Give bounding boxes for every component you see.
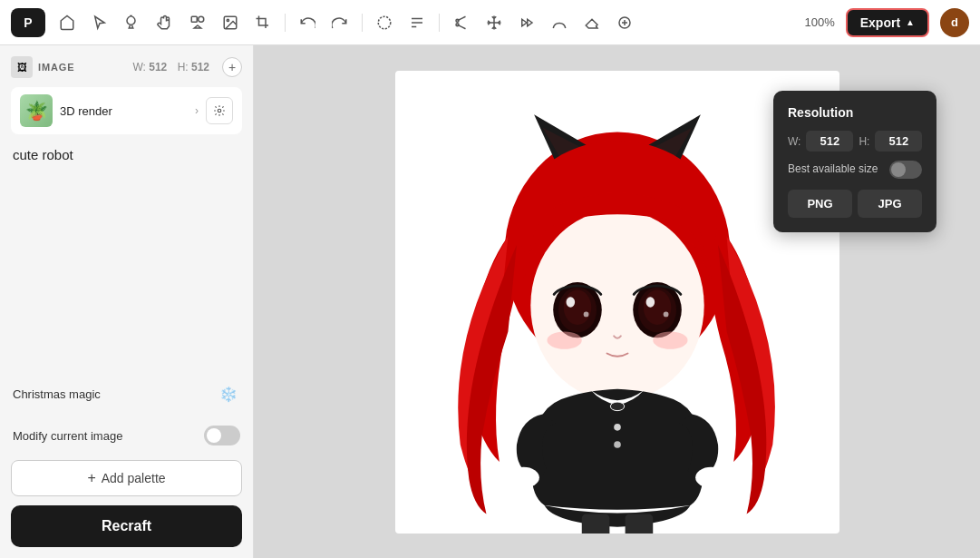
canvas-area: Resolution W: H: Best available size PNG… [254,45,980,558]
export-height-label: H: [859,135,869,148]
tool-undo[interactable] [293,8,322,37]
main-area: 🖼 IMAGE W: 512 H: 512 + 🪴 3D render › cu… [0,45,980,558]
svg-point-3 [227,19,228,21]
svg-rect-0 [191,16,197,22]
modify-image-toggle[interactable] [204,426,240,445]
svg-point-30 [695,466,726,487]
tool-redo[interactable] [325,8,354,37]
toggle-knob [207,428,221,443]
format-buttons: PNG JPG [788,190,922,218]
svg-point-8 [218,109,221,113]
tool-image[interactable] [216,8,245,37]
svg-point-4 [378,16,391,29]
tool-select[interactable] [85,8,114,37]
divider-2 [362,14,363,32]
svg-rect-32 [625,514,653,533]
export-button[interactable]: Export ▲ [846,8,929,37]
style-selector-row: 🪴 3D render › [11,87,242,134]
svg-point-17 [583,311,588,317]
style-thumbnail: 🪴 [20,94,53,127]
mini-toggle-knob [891,162,906,177]
modify-image-row: Modify current image [11,420,242,451]
style-thumbnail-icon: 🪴 [25,100,48,122]
svg-point-22 [663,311,668,317]
svg-point-28 [614,441,621,448]
svg-point-1 [199,16,204,22]
svg-point-15 [563,289,591,324]
canvas-image [395,71,839,534]
tool-curve[interactable] [545,8,574,37]
width-label: W: 512 [132,61,167,73]
panel-header: 🖼 IMAGE W: 512 H: 512 + [11,56,242,78]
tool-home[interactable] [53,8,82,37]
best-available-toggle[interactable] [889,161,922,179]
christmas-magic-label: Christmas magic [13,387,101,401]
svg-point-21 [645,297,655,307]
add-palette-plus-icon: + [87,470,95,486]
recraft-button[interactable]: Recraft [11,505,242,547]
png-format-button[interactable]: PNG [788,190,852,218]
anime-character-svg [395,71,839,534]
prompt-display: cute robot [11,143,242,166]
export-width-input[interactable] [806,131,853,152]
tool-lasso[interactable] [118,8,147,37]
image-dimensions: W: 512 H: 512 [132,61,217,73]
style-settings-button[interactable] [206,97,233,124]
logo-button[interactable]: P [11,8,45,37]
svg-point-16 [566,297,575,307]
svg-point-20 [643,289,671,324]
height-label: H: 512 [178,61,209,73]
panel-title: IMAGE [38,62,74,73]
svg-point-29 [508,466,539,487]
tool-patch[interactable] [610,8,639,37]
tool-erase[interactable] [577,8,606,37]
style-chevron-icon: › [195,104,199,117]
svg-point-27 [614,423,621,430]
best-available-label: Best available size [788,162,878,177]
add-image-button[interactable]: + [222,57,242,77]
export-width-label: W: [788,135,800,148]
jpg-format-button[interactable]: JPG [858,190,922,218]
divider-3 [439,14,440,32]
tool-move[interactable] [480,8,509,37]
tool-cut[interactable] [447,8,476,37]
add-palette-button[interactable]: + Add palette [11,460,242,496]
export-height-input[interactable] [875,131,922,152]
svg-point-24 [653,331,687,348]
style-name-label: 3D render [60,104,188,118]
svg-point-23 [547,331,581,348]
tool-hand[interactable] [150,8,180,37]
export-chevron-icon: ▲ [906,17,915,27]
christmas-magic-row: Christmas magic ❄️ [11,377,242,411]
export-dropdown: Resolution W: H: Best available size PNG… [773,91,936,232]
resolution-row: W: H: [788,131,922,152]
svg-point-26 [610,402,624,411]
tool-text[interactable] [403,8,432,37]
user-avatar[interactable]: d [940,8,969,37]
left-panel: 🖼 IMAGE W: 512 H: 512 + 🪴 3D render › cu… [0,45,254,558]
zoom-level: 100% [805,15,835,29]
modify-image-label: Modify current image [13,429,122,443]
tool-crop[interactable] [248,8,277,37]
image-section-icon: 🖼 [11,56,33,78]
toolbar: P [0,0,980,45]
tool-magic-select[interactable] [370,8,399,37]
best-available-row: Best available size [788,161,922,179]
svg-rect-31 [581,514,609,533]
christmas-icon: ❄️ [217,382,240,406]
export-dropdown-title: Resolution [788,105,922,120]
tool-transform[interactable] [512,8,541,37]
divider-1 [285,14,286,32]
tool-shapes[interactable] [183,8,212,37]
